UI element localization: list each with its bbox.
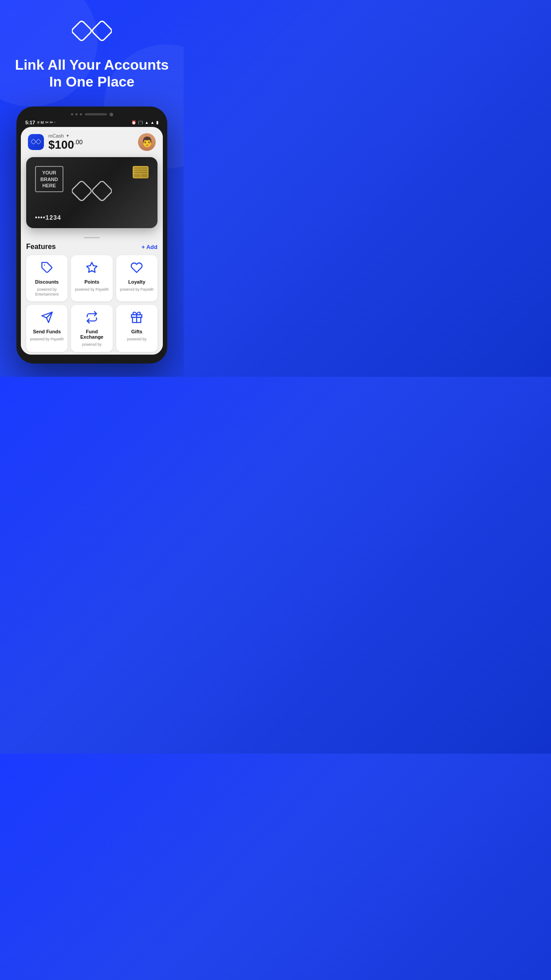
gifts-name: Gifts <box>131 329 142 334</box>
discounts-name: Discounts <box>35 279 59 285</box>
gifts-powered: powered by <box>127 337 146 342</box>
card-container: YOURBRANDHERE <box>21 155 163 233</box>
phone-mockup: 5:17 # M ✂ ✂ · ⏰ 📳 ▲ ▲ ▮ <box>16 107 167 364</box>
features-grid-row2: Send Funds powered by Paywith Fund Excha… <box>26 305 157 352</box>
svg-rect-2 <box>31 139 36 144</box>
notch-dot-1 <box>71 113 73 115</box>
feature-discounts[interactable]: Discounts powered by Entertainment <box>26 255 67 301</box>
features-title: Features <box>26 243 56 251</box>
phone-notch <box>21 113 163 116</box>
avatar-emoji: 👨 <box>141 136 153 148</box>
vibrate-icon: 📳 <box>138 120 143 125</box>
wallet-chevron[interactable]: ▾ <box>67 133 69 138</box>
send-funds-icon <box>41 311 53 325</box>
card-bottom: ••••1234 <box>35 214 149 221</box>
balance-cents: .00 <box>74 138 83 146</box>
notch-dot-2 <box>75 113 78 115</box>
notch-speaker <box>85 113 107 115</box>
gifts-icon <box>130 311 143 325</box>
add-feature-button[interactable]: + Add <box>142 244 157 250</box>
feature-fund-exchange[interactable]: Fund Exchange powered by <box>71 305 112 352</box>
top-logo <box>72 18 112 48</box>
card-number: ••••1234 <box>35 214 61 221</box>
svg-rect-0 <box>72 20 92 41</box>
phone-screen: mCash ▾ $100.00 👨 YOURBRANDHERE <box>21 127 163 355</box>
page-headline: Link All Your Accounts In One Place <box>9 56 175 91</box>
notch-camera <box>110 113 113 116</box>
balance-amount: $100.00 <box>48 138 83 151</box>
send-funds-name: Send Funds <box>33 329 61 334</box>
svg-rect-3 <box>36 139 41 144</box>
svg-rect-4 <box>72 181 92 202</box>
loyalty-icon <box>130 261 143 276</box>
discounts-powered: powered by Entertainment <box>30 287 64 297</box>
status-right: ⏰ 📳 ▲ ▲ ▮ <box>131 120 158 125</box>
svg-rect-5 <box>91 181 112 202</box>
fund-exchange-icon <box>86 311 98 325</box>
avatar[interactable]: 👨 <box>138 133 156 151</box>
status-app-icons: # M ✂ ✂ · <box>37 120 55 125</box>
scroll-hint <box>84 237 100 238</box>
signal-icon: ▲ <box>150 120 154 125</box>
status-bar: 5:17 # M ✂ ✂ · ⏰ 📳 ▲ ▲ ▮ <box>21 119 163 127</box>
credit-card[interactable]: YOURBRANDHERE <box>26 157 157 228</box>
feature-send-funds[interactable]: Send Funds powered by Paywith <box>26 305 67 352</box>
status-time: 5:17 <box>25 120 35 125</box>
fund-exchange-name: Fund Exchange <box>75 329 109 340</box>
feature-loyalty[interactable]: Loyalty powered by Paywith <box>116 255 157 301</box>
features-header: Features + Add <box>26 243 157 251</box>
app-logo <box>28 134 44 150</box>
card-brand: YOURBRANDHERE <box>35 166 63 192</box>
balance-main: $100 <box>48 138 74 151</box>
discounts-icon <box>41 261 53 276</box>
send-funds-powered: powered by Paywith <box>30 337 64 342</box>
header-left: mCash ▾ $100.00 <box>28 133 83 151</box>
features-section: Features + Add Discounts powered by Ente… <box>21 233 163 354</box>
points-powered: powered by Paywith <box>75 287 109 292</box>
feature-points[interactable]: Points powered by Paywith <box>71 255 112 301</box>
card-chip <box>133 166 149 178</box>
notch-dot-3 <box>80 113 82 115</box>
svg-rect-1 <box>91 20 112 41</box>
card-center-logo <box>72 180 112 209</box>
features-grid-row1: Discounts powered by Entertainment Point… <box>26 255 157 301</box>
svg-marker-7 <box>87 263 97 273</box>
balance-info: mCash ▾ $100.00 <box>48 133 83 151</box>
notch-dots <box>71 113 82 115</box>
points-name: Points <box>84 279 99 285</box>
loyalty-name: Loyalty <box>128 279 146 285</box>
alarm-icon: ⏰ <box>131 120 136 125</box>
points-icon <box>86 261 98 276</box>
wifi-icon: ▲ <box>145 120 149 125</box>
battery-icon: ▮ <box>156 120 158 125</box>
loyalty-powered: powered by Paywith <box>120 287 153 292</box>
fund-exchange-powered: powered by <box>82 342 102 347</box>
feature-gifts[interactable]: Gifts powered by <box>116 305 157 352</box>
status-left: 5:17 # M ✂ ✂ · <box>25 120 55 125</box>
app-header: mCash ▾ $100.00 👨 <box>21 127 163 156</box>
